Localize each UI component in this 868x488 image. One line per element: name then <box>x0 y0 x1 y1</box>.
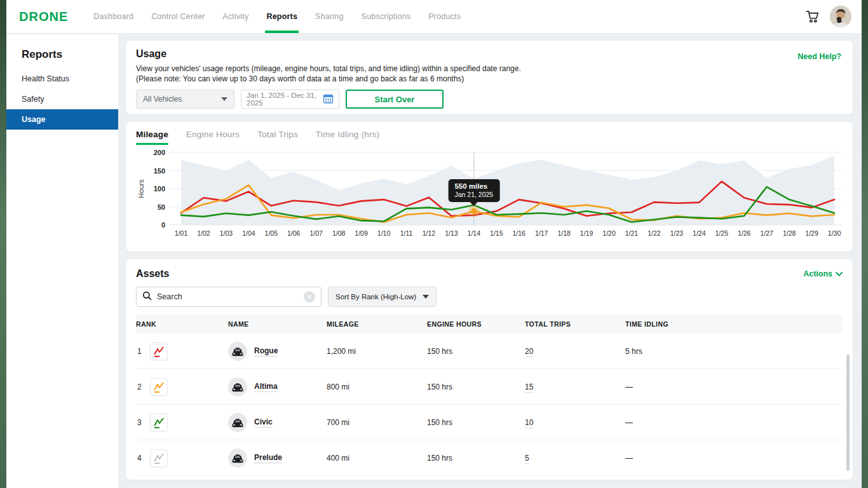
svg-text:1/13: 1/13 <box>445 229 458 237</box>
tab-mileage[interactable]: Mileage <box>136 130 168 145</box>
table-row: 2 Altima800 mi150 hrs15— <box>136 369 843 405</box>
nav-item-control-center[interactable]: Control Center <box>151 0 205 33</box>
sparkline-icon[interactable] <box>150 342 168 360</box>
assets-title: Assets <box>136 268 169 280</box>
sparkline-icon[interactable] <box>150 414 168 431</box>
reports-sidebar: Reports Health StatusSafetyUsage <box>6 34 118 488</box>
mileage-cell: 400 mi <box>327 454 427 463</box>
tab-engine-hours[interactable]: Engine Hours <box>186 130 240 145</box>
asset-name-link[interactable]: Altima <box>254 382 278 392</box>
sidebar-item-health-status[interactable]: Health Status <box>6 69 118 89</box>
window-edge-right <box>862 0 868 488</box>
need-help-link[interactable]: Need Help? <box>797 52 841 61</box>
time-idling-cell: — <box>625 383 843 391</box>
svg-text:1/20: 1/20 <box>602 229 616 237</box>
total-trips-value[interactable]: 20 <box>525 347 533 357</box>
sort-value: Sort By Rank (High-Low) <box>336 293 416 301</box>
svg-text:1/05: 1/05 <box>265 229 278 237</box>
svg-text:1/06: 1/06 <box>287 229 301 237</box>
asset-name-link[interactable]: Rogue <box>254 346 278 356</box>
clear-icon[interactable]: ✕ <box>304 291 315 302</box>
car-front-icon <box>228 413 247 432</box>
table-scrollbar[interactable] <box>846 355 850 471</box>
assets-table-body: 1 Rogue1,200 mi150 hrs205 hrs2 Altima800… <box>136 334 843 476</box>
svg-text:1/27: 1/27 <box>760 229 773 237</box>
nav-item-products[interactable]: Products <box>428 0 461 33</box>
sort-select[interactable]: Sort By Rank (High-Low) <box>328 287 437 307</box>
svg-text:1/11: 1/11 <box>400 229 413 237</box>
asset-search[interactable]: ✕ <box>136 287 322 307</box>
user-avatar[interactable] <box>830 6 851 27</box>
caret-down-icon <box>423 295 429 299</box>
svg-text:1/02: 1/02 <box>197 229 210 237</box>
svg-text:1/09: 1/09 <box>355 229 368 237</box>
sidebar-item-safety[interactable]: Safety <box>6 89 118 109</box>
cart-icon[interactable] <box>804 8 821 25</box>
metric-tabs: MileageEngine HoursTotal TripsTime Idlin… <box>136 130 843 145</box>
nav-item-sharing[interactable]: Sharing <box>315 0 344 33</box>
calendar-icon <box>323 93 334 105</box>
sidebar-title: Reports <box>6 34 118 69</box>
nav-item-subscriptions[interactable]: Subscriptions <box>362 0 411 33</box>
asset-name-link[interactable]: Prelude <box>254 453 282 463</box>
nav-item-dashboard[interactable]: Dashboard <box>93 0 133 33</box>
window-edge-left <box>0 0 6 488</box>
usage-description-line2: (Please note: You can view up to 30 days… <box>136 74 843 84</box>
rank-cell: 1 <box>136 342 228 360</box>
actions-label: Actions <box>803 269 832 278</box>
svg-text:0: 0 <box>161 221 165 229</box>
date-range-input[interactable]: Jan 1, 2025 - Dec 31, 2025 <box>241 90 339 109</box>
usage-chart-panel: MileageEngine HoursTotal TripsTime Idlin… <box>126 122 853 252</box>
search-input[interactable] <box>157 292 299 301</box>
total-trips-value[interactable]: 15 <box>525 383 533 393</box>
engine-hours-cell: 150 hrs <box>427 454 525 463</box>
start-over-button[interactable]: Start Over <box>346 90 444 109</box>
assets-table-header: RANKNAMEMILEAGEENGINE HOURSTOTAL TRIPSTI… <box>136 315 843 334</box>
actions-menu-button[interactable]: Actions <box>803 269 843 278</box>
assets-table: RANKNAMEMILEAGEENGINE HOURSTOTAL TRIPSTI… <box>136 315 843 476</box>
svg-text:1/18: 1/18 <box>557 229 571 237</box>
vehicle-filter-value: All Vehicles <box>143 95 182 104</box>
tooltip-date: Jan 21, 2025 <box>454 191 493 198</box>
column-header-name: NAME <box>228 320 327 328</box>
engine-hours-value: 150 hrs <box>427 454 452 463</box>
sidebar-nav: Health StatusSafetyUsage <box>6 69 118 130</box>
time-idling-value: 5 hrs <box>625 347 642 356</box>
brand-logo[interactable]: DRONE <box>19 10 68 24</box>
sparkline-icon[interactable] <box>150 378 168 396</box>
total-trips-value[interactable]: 10 <box>525 418 533 428</box>
engine-hours-value: 150 hrs <box>427 418 452 427</box>
svg-text:200: 200 <box>154 149 165 156</box>
caret-down-icon <box>221 97 227 101</box>
svg-text:1/01: 1/01 <box>175 229 188 237</box>
nav-item-activity[interactable]: Activity <box>222 0 248 33</box>
usage-filters: All Vehicles Jan 1, 2025 - Dec 31, 2025 <box>136 90 843 109</box>
time-idling-cell: 5 hrs <box>625 347 843 356</box>
usage-line-chart[interactable]: 050100150200Hours1/011/021/031/041/051/0… <box>136 146 843 244</box>
time-idling-value: — <box>625 454 633 463</box>
total-trips-cell: 10 <box>525 418 625 427</box>
svg-text:1/23: 1/23 <box>670 229 684 237</box>
table-row: 3 Civic700 mi150 hrs10— <box>136 405 843 440</box>
total-trips-value[interactable]: 5 <box>525 454 529 464</box>
tab-time-idling-hrs[interactable]: Time Idling (hrs) <box>316 130 379 145</box>
rank-value: 1 <box>137 347 142 356</box>
vehicle-filter-select[interactable]: All Vehicles <box>136 90 234 109</box>
tab-total-trips[interactable]: Total Trips <box>257 130 298 145</box>
column-header-total-trips: TOTAL TRIPS <box>525 320 625 328</box>
total-trips-cell: 15 <box>525 383 625 391</box>
svg-text:1/04: 1/04 <box>242 229 255 237</box>
asset-name-link[interactable]: Civic <box>254 417 273 428</box>
nav-item-reports[interactable]: Reports <box>266 0 297 33</box>
usage-panel: Usage Need Help? View your vehicles' usa… <box>126 41 853 114</box>
assets-filters: ✕ Sort By Rank (High-Low) <box>136 287 843 307</box>
svg-text:1/14: 1/14 <box>468 229 481 237</box>
time-idling-value: — <box>625 383 633 391</box>
sparkline-icon[interactable] <box>150 449 168 467</box>
sidebar-item-usage[interactable]: Usage <box>6 109 118 130</box>
engine-hours-cell: 150 hrs <box>427 418 525 427</box>
time-idling-cell: — <box>625 418 843 427</box>
table-row: 1 Rogue1,200 mi150 hrs205 hrs <box>136 334 843 369</box>
name-cell: Civic <box>228 413 327 432</box>
svg-text:1/12: 1/12 <box>423 229 436 237</box>
